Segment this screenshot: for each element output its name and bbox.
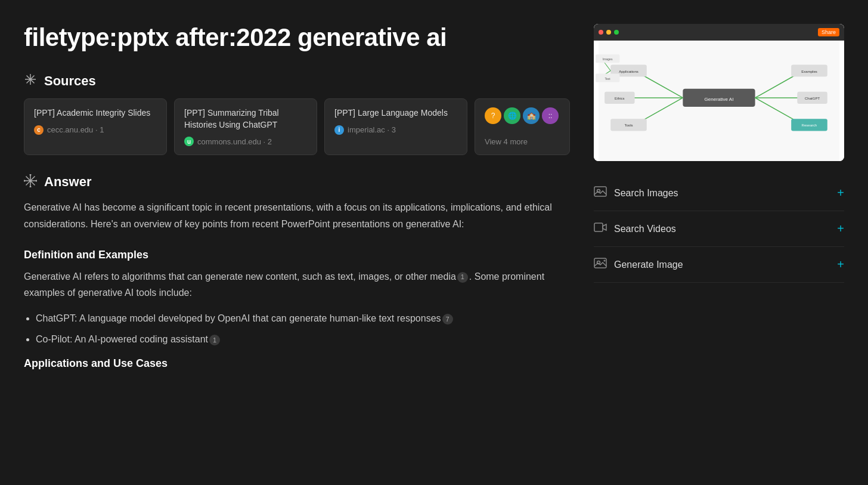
sources-header: Sources [24, 73, 570, 89]
search-images-plus: + [837, 186, 844, 200]
preview-toolbar: Share [594, 24, 844, 41]
source-title-1: [PPT] Academic Integrity Slides [34, 107, 157, 119]
mindmap-preview: Generative AI Applications Ethics Tools [594, 24, 844, 161]
search-videos-plus: + [837, 222, 844, 236]
favicon-3: i [334, 125, 344, 135]
icon-circle-1: ? [485, 107, 501, 124]
favicon-2: u [184, 137, 194, 146]
left-panel: filetype:pptx after:2022 generative ai S… [24, 24, 570, 384]
source-meta-2: u commons.und.edu · 2 [184, 137, 307, 146]
page-title: filetype:pptx after:2022 generative ai [24, 24, 570, 51]
sources-grid: [PPT] Academic Integrity Slides c cecc.a… [24, 98, 570, 155]
action-rows: Search Images + Search Videos + [594, 175, 844, 283]
source-title-2: [PPT] Summarizing Tribal Histories Using… [184, 107, 307, 131]
generate-image-label: Generate Image [614, 260, 683, 270]
svg-rect-43 [594, 223, 603, 231]
answer-icon [24, 174, 37, 190]
svg-point-12 [24, 180, 26, 182]
search-videos-label: Search Videos [614, 224, 676, 234]
search-videos-icon [594, 221, 607, 237]
search-images-row[interactable]: Search Images + [594, 175, 844, 211]
svg-text:Examples: Examples [801, 70, 817, 73]
generate-image-left: Generate Image [594, 257, 683, 273]
citation-1b: 1 [209, 335, 220, 345]
svg-text:Applications: Applications [619, 70, 638, 73]
answer-section: Answer Generative AI has become a signif… [24, 174, 570, 369]
source-domain-3: imperial.ac · 3 [348, 125, 396, 134]
search-images-icon [594, 185, 607, 201]
svg-text:Text: Text [605, 77, 611, 81]
view-more-card[interactable]: ? 🌐 🏫 :: View 4 more [475, 98, 570, 155]
source-title-3: [PPT] Large Language Models [334, 107, 457, 119]
search-images-left: Search Images [594, 185, 678, 201]
svg-point-11 [30, 186, 32, 188]
content-text-1: Generative AI refers to algorithms that … [24, 271, 456, 282]
answer-title: Answer [44, 174, 91, 190]
icon-circle-4: :: [542, 107, 559, 124]
sources-title: Sources [44, 73, 96, 89]
tb-yellow-dot [606, 30, 611, 35]
answer-header: Answer [24, 174, 570, 190]
tb-red-dot [599, 30, 603, 35]
svg-text:ChatGPT: ChatGPT [805, 97, 820, 100]
search-videos-row[interactable]: Search Videos + [594, 211, 844, 247]
favicon-1: c [34, 125, 44, 135]
section-heading-1: Definition and Examples [24, 249, 570, 261]
svg-text:Images: Images [603, 57, 613, 61]
tb-green-dot [614, 30, 619, 35]
icon-circle-2: 🌐 [504, 107, 520, 124]
icon-circle-3: 🏫 [523, 107, 540, 124]
svg-point-10 [30, 174, 32, 176]
svg-text:Tools: Tools [624, 123, 633, 127]
bullet-list-1: ChatGPT: A language model developed by O… [36, 310, 570, 347]
generate-image-icon [594, 257, 607, 273]
list-item-2: Co-Pilot: An AI-powered coding assistant… [36, 331, 570, 347]
right-panel: Share Generative AI [594, 24, 844, 384]
tb-action-btn[interactable]: Share [818, 28, 839, 36]
svg-text:Research: Research [802, 123, 817, 127]
preview-image-container[interactable]: Share Generative AI [594, 24, 844, 161]
source-domain-1: cecc.anu.edu · 1 [47, 125, 104, 134]
search-videos-left: Search Videos [594, 221, 676, 237]
generate-image-plus: + [837, 258, 844, 271]
section-content-1: Generative AI refers to algorithms that … [24, 268, 570, 301]
citation-1: 1 [457, 272, 468, 283]
source-meta-3: i imperial.ac · 3 [334, 125, 457, 135]
sources-icon [24, 73, 37, 89]
source-meta-1: c cecc.anu.edu · 1 [34, 125, 157, 135]
source-domain-2: commons.und.edu · 2 [197, 137, 272, 146]
svg-point-13 [36, 180, 38, 182]
source-card-1[interactable]: [PPT] Academic Integrity Slides c cecc.a… [24, 98, 167, 155]
source-card-3[interactable]: [PPT] Large Language Models i imperial.a… [324, 98, 467, 155]
source-card-2[interactable]: [PPT] Summarizing Tribal Histories Using… [174, 98, 317, 155]
svg-text:Ethics: Ethics [615, 97, 624, 100]
citation-7: 7 [442, 314, 453, 325]
answer-intro: Generative AI has become a significant t… [24, 199, 570, 231]
section-heading-2: Applications and Use Cases [24, 357, 570, 370]
sources-section: Sources [PPT] Academic Integrity Slides … [24, 73, 570, 155]
svg-text:Generative AI: Generative AI [705, 97, 734, 102]
search-images-label: Search Images [614, 188, 678, 199]
generate-image-row[interactable]: Generate Image + [594, 247, 844, 283]
view-more-icons: ? 🌐 🏫 :: [485, 107, 560, 124]
list-item-1: ChatGPT: A language model developed by O… [36, 310, 570, 326]
view-more-text: View 4 more [485, 137, 560, 146]
